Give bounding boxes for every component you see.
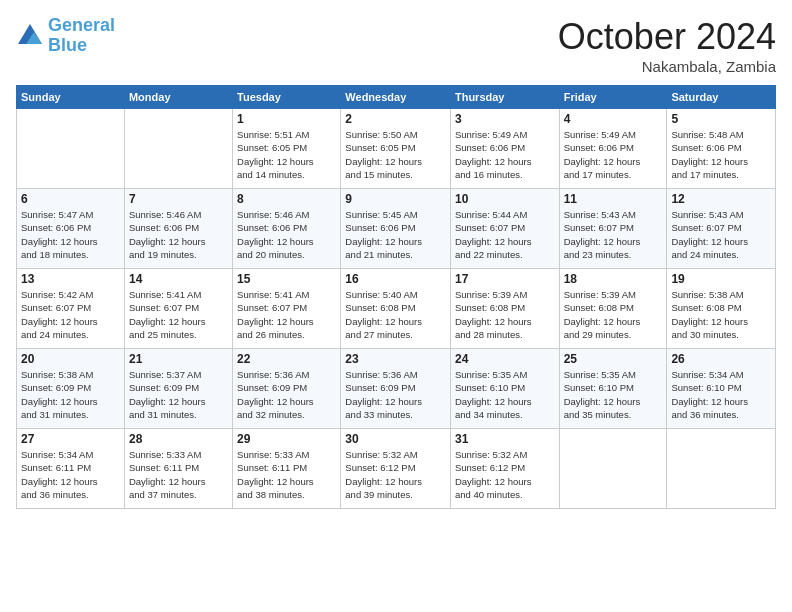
day-cell: 19Sunrise: 5:38 AM Sunset: 6:08 PM Dayli… (667, 269, 776, 349)
weekday-wednesday: Wednesday (341, 86, 451, 109)
day-info: Sunrise: 5:51 AM Sunset: 6:05 PM Dayligh… (237, 128, 336, 181)
week-row-1: 1Sunrise: 5:51 AM Sunset: 6:05 PM Daylig… (17, 109, 776, 189)
day-number: 11 (564, 192, 663, 206)
title-block: October 2024 Nakambala, Zambia (558, 16, 776, 75)
weekday-tuesday: Tuesday (233, 86, 341, 109)
location-subtitle: Nakambala, Zambia (558, 58, 776, 75)
day-cell (667, 429, 776, 509)
day-cell: 29Sunrise: 5:33 AM Sunset: 6:11 PM Dayli… (233, 429, 341, 509)
day-cell: 23Sunrise: 5:36 AM Sunset: 6:09 PM Dayli… (341, 349, 451, 429)
day-number: 22 (237, 352, 336, 366)
day-cell: 21Sunrise: 5:37 AM Sunset: 6:09 PM Dayli… (124, 349, 232, 429)
day-cell: 12Sunrise: 5:43 AM Sunset: 6:07 PM Dayli… (667, 189, 776, 269)
day-info: Sunrise: 5:44 AM Sunset: 6:07 PM Dayligh… (455, 208, 555, 261)
day-number: 26 (671, 352, 771, 366)
day-info: Sunrise: 5:36 AM Sunset: 6:09 PM Dayligh… (345, 368, 446, 421)
day-number: 18 (564, 272, 663, 286)
day-cell (559, 429, 667, 509)
day-cell: 3Sunrise: 5:49 AM Sunset: 6:06 PM Daylig… (450, 109, 559, 189)
day-cell: 25Sunrise: 5:35 AM Sunset: 6:10 PM Dayli… (559, 349, 667, 429)
day-info: Sunrise: 5:46 AM Sunset: 6:06 PM Dayligh… (129, 208, 228, 261)
weekday-friday: Friday (559, 86, 667, 109)
day-info: Sunrise: 5:32 AM Sunset: 6:12 PM Dayligh… (345, 448, 446, 501)
day-cell: 20Sunrise: 5:38 AM Sunset: 6:09 PM Dayli… (17, 349, 125, 429)
calendar: SundayMondayTuesdayWednesdayThursdayFrid… (16, 85, 776, 509)
day-cell: 18Sunrise: 5:39 AM Sunset: 6:08 PM Dayli… (559, 269, 667, 349)
day-number: 29 (237, 432, 336, 446)
weekday-thursday: Thursday (450, 86, 559, 109)
day-info: Sunrise: 5:35 AM Sunset: 6:10 PM Dayligh… (564, 368, 663, 421)
day-cell: 9Sunrise: 5:45 AM Sunset: 6:06 PM Daylig… (341, 189, 451, 269)
day-info: Sunrise: 5:49 AM Sunset: 6:06 PM Dayligh… (564, 128, 663, 181)
day-cell: 26Sunrise: 5:34 AM Sunset: 6:10 PM Dayli… (667, 349, 776, 429)
day-number: 8 (237, 192, 336, 206)
day-info: Sunrise: 5:45 AM Sunset: 6:06 PM Dayligh… (345, 208, 446, 261)
day-info: Sunrise: 5:32 AM Sunset: 6:12 PM Dayligh… (455, 448, 555, 501)
day-info: Sunrise: 5:43 AM Sunset: 6:07 PM Dayligh… (564, 208, 663, 261)
day-number: 4 (564, 112, 663, 126)
day-number: 7 (129, 192, 228, 206)
day-number: 1 (237, 112, 336, 126)
weekday-saturday: Saturday (667, 86, 776, 109)
day-info: Sunrise: 5:39 AM Sunset: 6:08 PM Dayligh… (455, 288, 555, 341)
weekday-sunday: Sunday (17, 86, 125, 109)
day-cell: 11Sunrise: 5:43 AM Sunset: 6:07 PM Dayli… (559, 189, 667, 269)
weekday-header-row: SundayMondayTuesdayWednesdayThursdayFrid… (17, 86, 776, 109)
day-number: 10 (455, 192, 555, 206)
day-number: 27 (21, 432, 120, 446)
day-info: Sunrise: 5:38 AM Sunset: 6:08 PM Dayligh… (671, 288, 771, 341)
day-number: 25 (564, 352, 663, 366)
day-number: 9 (345, 192, 446, 206)
day-number: 12 (671, 192, 771, 206)
week-row-5: 27Sunrise: 5:34 AM Sunset: 6:11 PM Dayli… (17, 429, 776, 509)
header: General Blue October 2024 Nakambala, Zam… (16, 16, 776, 75)
day-info: Sunrise: 5:46 AM Sunset: 6:06 PM Dayligh… (237, 208, 336, 261)
day-info: Sunrise: 5:41 AM Sunset: 6:07 PM Dayligh… (129, 288, 228, 341)
day-number: 31 (455, 432, 555, 446)
day-number: 3 (455, 112, 555, 126)
day-info: Sunrise: 5:33 AM Sunset: 6:11 PM Dayligh… (237, 448, 336, 501)
day-info: Sunrise: 5:37 AM Sunset: 6:09 PM Dayligh… (129, 368, 228, 421)
day-info: Sunrise: 5:47 AM Sunset: 6:06 PM Dayligh… (21, 208, 120, 261)
day-number: 20 (21, 352, 120, 366)
day-info: Sunrise: 5:41 AM Sunset: 6:07 PM Dayligh… (237, 288, 336, 341)
day-cell: 15Sunrise: 5:41 AM Sunset: 6:07 PM Dayli… (233, 269, 341, 349)
day-number: 19 (671, 272, 771, 286)
day-cell: 14Sunrise: 5:41 AM Sunset: 6:07 PM Dayli… (124, 269, 232, 349)
day-number: 6 (21, 192, 120, 206)
day-number: 28 (129, 432, 228, 446)
logo: General Blue (16, 16, 115, 56)
day-number: 23 (345, 352, 446, 366)
logo-text: General Blue (48, 16, 115, 56)
day-number: 21 (129, 352, 228, 366)
day-number: 2 (345, 112, 446, 126)
week-row-3: 13Sunrise: 5:42 AM Sunset: 6:07 PM Dayli… (17, 269, 776, 349)
week-row-4: 20Sunrise: 5:38 AM Sunset: 6:09 PM Dayli… (17, 349, 776, 429)
day-cell: 7Sunrise: 5:46 AM Sunset: 6:06 PM Daylig… (124, 189, 232, 269)
day-cell: 16Sunrise: 5:40 AM Sunset: 6:08 PM Dayli… (341, 269, 451, 349)
day-info: Sunrise: 5:42 AM Sunset: 6:07 PM Dayligh… (21, 288, 120, 341)
day-cell: 17Sunrise: 5:39 AM Sunset: 6:08 PM Dayli… (450, 269, 559, 349)
day-info: Sunrise: 5:43 AM Sunset: 6:07 PM Dayligh… (671, 208, 771, 261)
page: General Blue October 2024 Nakambala, Zam… (0, 0, 792, 612)
day-info: Sunrise: 5:50 AM Sunset: 6:05 PM Dayligh… (345, 128, 446, 181)
day-info: Sunrise: 5:33 AM Sunset: 6:11 PM Dayligh… (129, 448, 228, 501)
day-number: 5 (671, 112, 771, 126)
day-cell (124, 109, 232, 189)
day-info: Sunrise: 5:34 AM Sunset: 6:10 PM Dayligh… (671, 368, 771, 421)
logo-icon (16, 22, 44, 50)
day-info: Sunrise: 5:48 AM Sunset: 6:06 PM Dayligh… (671, 128, 771, 181)
day-number: 30 (345, 432, 446, 446)
day-cell: 5Sunrise: 5:48 AM Sunset: 6:06 PM Daylig… (667, 109, 776, 189)
day-cell: 4Sunrise: 5:49 AM Sunset: 6:06 PM Daylig… (559, 109, 667, 189)
day-cell: 22Sunrise: 5:36 AM Sunset: 6:09 PM Dayli… (233, 349, 341, 429)
day-info: Sunrise: 5:38 AM Sunset: 6:09 PM Dayligh… (21, 368, 120, 421)
day-number: 17 (455, 272, 555, 286)
day-cell: 8Sunrise: 5:46 AM Sunset: 6:06 PM Daylig… (233, 189, 341, 269)
week-row-2: 6Sunrise: 5:47 AM Sunset: 6:06 PM Daylig… (17, 189, 776, 269)
weekday-monday: Monday (124, 86, 232, 109)
day-info: Sunrise: 5:34 AM Sunset: 6:11 PM Dayligh… (21, 448, 120, 501)
day-cell: 30Sunrise: 5:32 AM Sunset: 6:12 PM Dayli… (341, 429, 451, 509)
day-cell: 2Sunrise: 5:50 AM Sunset: 6:05 PM Daylig… (341, 109, 451, 189)
day-info: Sunrise: 5:39 AM Sunset: 6:08 PM Dayligh… (564, 288, 663, 341)
